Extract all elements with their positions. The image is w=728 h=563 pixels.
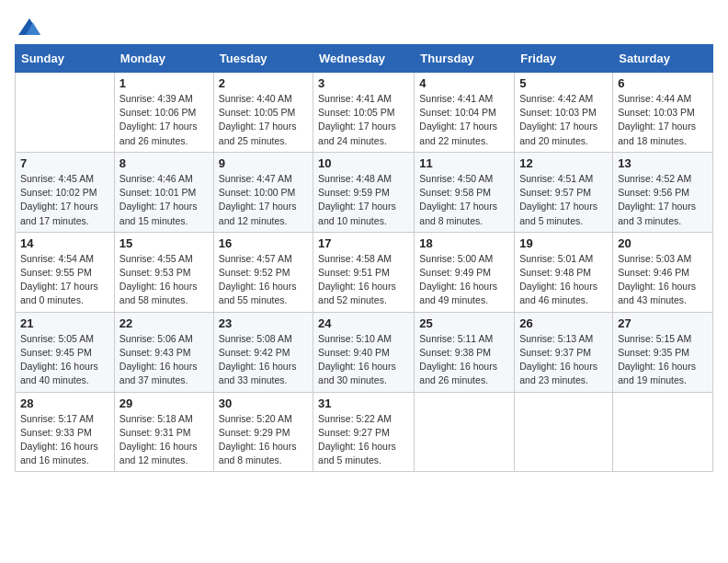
day-info: Sunrise: 4:39 AMSunset: 10:06 PMDaylight… — [119, 92, 209, 148]
day-info: Sunrise: 5:22 AMSunset: 9:27 PMDaylight:… — [318, 412, 409, 468]
day-cell: 14Sunrise: 4:54 AMSunset: 9:55 PMDayligh… — [16, 232, 115, 312]
day-info: Sunrise: 5:18 AMSunset: 9:31 PMDaylight:… — [119, 412, 209, 468]
header — [15, 15, 713, 37]
day-number: 8 — [119, 156, 209, 170]
day-number: 19 — [519, 236, 608, 250]
day-info: Sunrise: 4:57 AMSunset: 9:52 PMDaylight:… — [219, 252, 308, 308]
day-info: Sunrise: 4:55 AMSunset: 9:53 PMDaylight:… — [119, 252, 209, 308]
day-info: Sunrise: 4:44 AMSunset: 10:03 PMDaylight… — [618, 92, 708, 148]
day-info: Sunrise: 5:06 AMSunset: 9:43 PMDaylight:… — [119, 332, 209, 388]
day-number: 9 — [219, 156, 308, 170]
day-info: Sunrise: 4:51 AMSunset: 9:57 PMDaylight:… — [519, 172, 608, 228]
day-info: Sunrise: 4:54 AMSunset: 9:55 PMDaylight:… — [20, 252, 109, 308]
day-cell: 13Sunrise: 4:52 AMSunset: 9:56 PMDayligh… — [613, 152, 713, 232]
day-info: Sunrise: 5:05 AMSunset: 9:45 PMDaylight:… — [20, 332, 109, 388]
day-info: Sunrise: 4:40 AMSunset: 10:05 PMDaylight… — [219, 92, 308, 148]
day-info: Sunrise: 5:15 AMSunset: 9:35 PMDaylight:… — [618, 332, 708, 388]
day-cell: 24Sunrise: 5:10 AMSunset: 9:40 PMDayligh… — [313, 312, 415, 392]
day-cell: 30Sunrise: 5:20 AMSunset: 9:29 PMDayligh… — [213, 392, 313, 472]
col-header-wednesday: Wednesday — [313, 45, 415, 73]
day-info: Sunrise: 5:08 AMSunset: 9:42 PMDaylight:… — [219, 332, 308, 388]
day-number: 17 — [318, 236, 409, 250]
day-number: 14 — [20, 236, 109, 250]
day-number: 26 — [519, 316, 608, 330]
day-info: Sunrise: 5:17 AMSunset: 9:33 PMDaylight:… — [20, 412, 109, 468]
day-cell: 8Sunrise: 4:46 AMSunset: 10:01 PMDayligh… — [114, 152, 213, 232]
logo-icon — [17, 15, 42, 40]
day-cell: 17Sunrise: 4:58 AMSunset: 9:51 PMDayligh… — [313, 232, 415, 312]
day-info: Sunrise: 4:41 AMSunset: 10:04 PMDaylight… — [419, 92, 509, 148]
day-number: 5 — [519, 76, 608, 90]
day-number: 20 — [618, 236, 708, 250]
day-cell: 3Sunrise: 4:41 AMSunset: 10:05 PMDayligh… — [313, 73, 415, 153]
day-number: 29 — [119, 396, 209, 410]
day-cell: 19Sunrise: 5:01 AMSunset: 9:48 PMDayligh… — [515, 232, 613, 312]
day-cell — [613, 392, 713, 472]
col-header-monday: Monday — [114, 45, 213, 73]
day-cell: 11Sunrise: 4:50 AMSunset: 9:58 PMDayligh… — [415, 152, 515, 232]
day-number: 15 — [119, 236, 209, 250]
day-info: Sunrise: 4:46 AMSunset: 10:01 PMDaylight… — [119, 172, 209, 228]
logo — [15, 15, 42, 37]
day-info: Sunrise: 5:13 AMSunset: 9:37 PMDaylight:… — [519, 332, 608, 388]
day-number: 2 — [219, 76, 308, 90]
day-number: 16 — [219, 236, 308, 250]
day-cell: 23Sunrise: 5:08 AMSunset: 9:42 PMDayligh… — [213, 312, 313, 392]
day-cell: 16Sunrise: 4:57 AMSunset: 9:52 PMDayligh… — [213, 232, 313, 312]
day-info: Sunrise: 5:01 AMSunset: 9:48 PMDaylight:… — [519, 252, 608, 308]
day-cell — [515, 392, 613, 472]
day-cell: 12Sunrise: 4:51 AMSunset: 9:57 PMDayligh… — [515, 152, 613, 232]
day-number: 1 — [119, 76, 209, 90]
col-header-friday: Friday — [515, 45, 613, 73]
day-cell: 22Sunrise: 5:06 AMSunset: 9:43 PMDayligh… — [114, 312, 213, 392]
day-number: 11 — [419, 156, 509, 170]
week-row-3: 14Sunrise: 4:54 AMSunset: 9:55 PMDayligh… — [16, 232, 713, 312]
week-row-1: 1Sunrise: 4:39 AMSunset: 10:06 PMDayligh… — [16, 73, 713, 153]
day-cell: 29Sunrise: 5:18 AMSunset: 9:31 PMDayligh… — [114, 392, 213, 472]
calendar-table: SundayMondayTuesdayWednesdayThursdayFrid… — [15, 44, 713, 472]
day-cell: 10Sunrise: 4:48 AMSunset: 9:59 PMDayligh… — [313, 152, 415, 232]
day-cell: 2Sunrise: 4:40 AMSunset: 10:05 PMDayligh… — [213, 73, 313, 153]
day-cell: 6Sunrise: 4:44 AMSunset: 10:03 PMDayligh… — [613, 73, 713, 153]
day-cell: 20Sunrise: 5:03 AMSunset: 9:46 PMDayligh… — [613, 232, 713, 312]
day-info: Sunrise: 5:20 AMSunset: 9:29 PMDaylight:… — [219, 412, 308, 468]
day-number: 7 — [20, 156, 109, 170]
col-header-sunday: Sunday — [16, 45, 115, 73]
day-info: Sunrise: 4:41 AMSunset: 10:05 PMDaylight… — [318, 92, 409, 148]
day-info: Sunrise: 4:42 AMSunset: 10:03 PMDaylight… — [519, 92, 608, 148]
day-number: 24 — [318, 316, 409, 330]
day-number: 27 — [618, 316, 708, 330]
day-number: 22 — [119, 316, 209, 330]
day-number: 10 — [318, 156, 409, 170]
day-number: 23 — [219, 316, 308, 330]
day-cell: 9Sunrise: 4:47 AMSunset: 10:00 PMDayligh… — [213, 152, 313, 232]
day-cell: 25Sunrise: 5:11 AMSunset: 9:38 PMDayligh… — [415, 312, 515, 392]
day-info: Sunrise: 4:45 AMSunset: 10:02 PMDaylight… — [20, 172, 109, 228]
day-number: 13 — [618, 156, 708, 170]
day-cell: 21Sunrise: 5:05 AMSunset: 9:45 PMDayligh… — [16, 312, 115, 392]
day-info: Sunrise: 5:00 AMSunset: 9:49 PMDaylight:… — [419, 252, 509, 308]
day-info: Sunrise: 4:52 AMSunset: 9:56 PMDaylight:… — [618, 172, 708, 228]
day-number: 28 — [20, 396, 109, 410]
week-row-4: 21Sunrise: 5:05 AMSunset: 9:45 PMDayligh… — [16, 312, 713, 392]
day-number: 12 — [519, 156, 608, 170]
col-header-thursday: Thursday — [415, 45, 515, 73]
day-cell — [16, 73, 115, 153]
day-cell — [415, 392, 515, 472]
day-info: Sunrise: 4:50 AMSunset: 9:58 PMDaylight:… — [419, 172, 509, 228]
day-number: 25 — [419, 316, 509, 330]
day-info: Sunrise: 4:48 AMSunset: 9:59 PMDaylight:… — [318, 172, 409, 228]
day-number: 21 — [20, 316, 109, 330]
day-cell: 1Sunrise: 4:39 AMSunset: 10:06 PMDayligh… — [114, 73, 213, 153]
header-row: SundayMondayTuesdayWednesdayThursdayFrid… — [16, 45, 713, 73]
day-cell: 27Sunrise: 5:15 AMSunset: 9:35 PMDayligh… — [613, 312, 713, 392]
day-cell: 15Sunrise: 4:55 AMSunset: 9:53 PMDayligh… — [114, 232, 213, 312]
day-number: 30 — [219, 396, 308, 410]
col-header-tuesday: Tuesday — [213, 45, 313, 73]
day-info: Sunrise: 5:11 AMSunset: 9:38 PMDaylight:… — [419, 332, 509, 388]
day-info: Sunrise: 5:03 AMSunset: 9:46 PMDaylight:… — [618, 252, 708, 308]
day-cell: 18Sunrise: 5:00 AMSunset: 9:49 PMDayligh… — [415, 232, 515, 312]
day-number: 6 — [618, 76, 708, 90]
day-info: Sunrise: 4:58 AMSunset: 9:51 PMDaylight:… — [318, 252, 409, 308]
day-number: 3 — [318, 76, 409, 90]
